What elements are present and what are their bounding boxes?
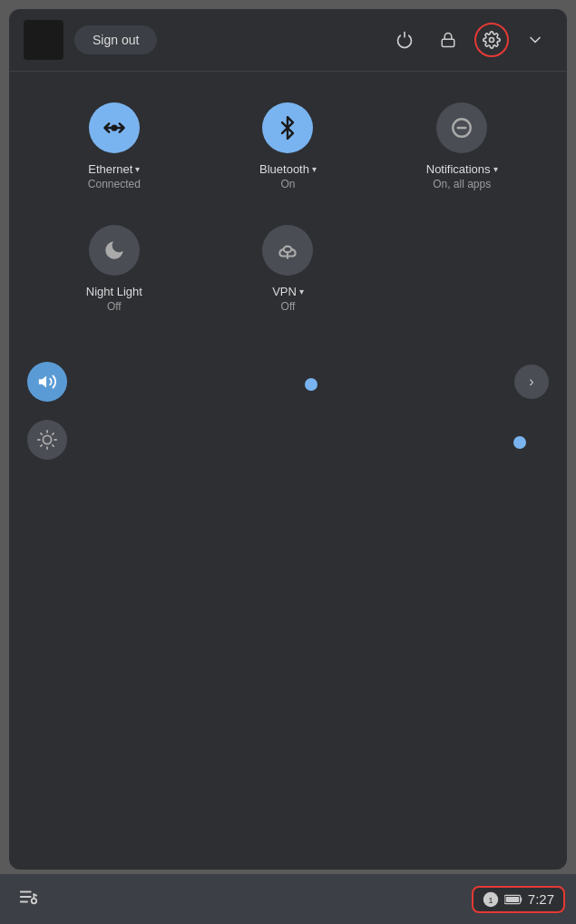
night-light-toggle[interactable]: Night Light Off	[27, 212, 201, 326]
ethernet-icon-circle	[89, 102, 140, 153]
night-light-icon-circle	[89, 225, 140, 276]
notifications-icon-circle	[436, 102, 487, 153]
bluetooth-toggle[interactable]: Bluetooth ▾ On	[201, 90, 376, 203]
taskbar: 1 7:27	[0, 874, 576, 924]
bluetooth-label: Bluetooth ▾	[259, 162, 317, 176]
night-light-icon	[103, 238, 126, 262]
notification-badge-icon: 1	[483, 891, 499, 908]
svg-point-8	[43, 435, 51, 443]
brightness-icon	[37, 430, 57, 450]
brightness-button[interactable]	[27, 420, 67, 460]
bluetooth-icon-circle	[262, 102, 313, 153]
toggle-grid-row1: Ethernet ▾ Connected Bluetooth ▾ On	[9, 72, 567, 212]
night-light-sublabel: Off	[107, 300, 122, 313]
avatar	[24, 20, 63, 60]
toggle-grid-row2: Night Light Off VPN ▾ Off	[9, 212, 567, 335]
svg-point-2	[112, 126, 116, 131]
sign-out-button[interactable]: Sign out	[74, 25, 157, 54]
notifications-icon	[450, 116, 473, 140]
bluetooth-chevron: ▾	[312, 164, 317, 174]
notifications-sublabel: On, all apps	[433, 178, 491, 190]
ethernet-sublabel: Connected	[88, 178, 141, 190]
brightness-slider[interactable]	[80, 441, 549, 444]
quick-settings-panel: Sign out	[9, 9, 567, 870]
svg-point-1	[490, 38, 494, 43]
svg-line-22	[34, 894, 36, 895]
power-icon	[395, 31, 414, 49]
header-row: Sign out	[9, 9, 567, 72]
vpn-label: VPN ▾	[272, 285, 304, 298]
ethernet-label: Ethernet ▾	[88, 162, 140, 176]
volume-slider-row: ›	[27, 362, 549, 402]
svg-line-12	[53, 445, 54, 446]
brightness-slider-container	[80, 432, 549, 448]
notifications-toggle[interactable]: Notifications ▾ On, all apps	[375, 90, 549, 203]
vpn-chevron: ▾	[299, 287, 304, 297]
brightness-slider-row	[27, 420, 549, 460]
vpn-icon-circle	[262, 225, 313, 276]
lock-icon	[440, 31, 456, 49]
vpn-toggle[interactable]: VPN ▾ Off	[201, 212, 376, 326]
volume-icon	[37, 372, 57, 392]
expand-icon: ›	[529, 374, 533, 390]
svg-marker-7	[39, 376, 46, 388]
svg-rect-26	[505, 896, 519, 901]
notifications-label: Notifications ▾	[426, 162, 498, 176]
volume-expand-button[interactable]: ›	[514, 365, 549, 399]
volume-slider[interactable]	[80, 383, 502, 386]
battery-icon	[504, 893, 522, 906]
bluetooth-icon	[276, 116, 299, 140]
svg-rect-0	[442, 39, 454, 46]
svg-text:1: 1	[488, 894, 493, 904]
svg-line-15	[41, 445, 42, 446]
notifications-chevron: ▾	[493, 164, 498, 174]
vpn-icon	[276, 238, 299, 262]
sliders-section: ›	[9, 335, 567, 478]
night-light-label: Night Light	[86, 285, 142, 298]
volume-slider-container	[80, 374, 502, 390]
bluetooth-sublabel: On	[280, 178, 295, 190]
ethernet-chevron: ▾	[135, 164, 140, 174]
chevron-down-icon	[526, 31, 544, 49]
vpn-sublabel: Off	[281, 300, 296, 313]
svg-line-11	[41, 433, 42, 434]
taskbar-left	[11, 887, 38, 911]
lock-button[interactable]	[431, 23, 465, 57]
ethernet-icon	[102, 115, 127, 141]
power-button[interactable]	[387, 23, 422, 57]
ethernet-toggle[interactable]: Ethernet ▾ Connected	[27, 90, 201, 203]
volume-button[interactable]	[27, 362, 67, 402]
playlist-icon[interactable]	[18, 887, 38, 911]
settings-button[interactable]	[474, 23, 509, 57]
settings-icon	[483, 31, 501, 49]
taskbar-status-area[interactable]: 1 7:27	[472, 886, 565, 913]
taskbar-time: 7:27	[528, 891, 554, 907]
svg-line-16	[53, 433, 54, 434]
collapse-button[interactable]	[518, 23, 552, 57]
